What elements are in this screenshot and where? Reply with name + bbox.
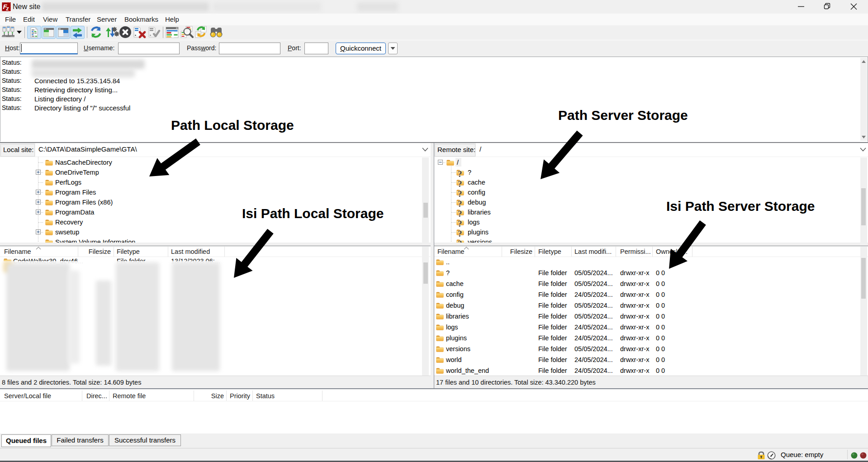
svg-text:z: z <box>6 5 9 12</box>
svg-text:?: ? <box>458 209 462 218</box>
svg-text:?: ? <box>458 179 462 188</box>
svg-text:?: ? <box>458 239 462 243</box>
svg-text:?: ? <box>458 169 462 178</box>
svg-text:?: ? <box>458 189 462 198</box>
svg-text:?: ? <box>458 219 462 228</box>
svg-text:?: ? <box>458 229 462 238</box>
svg-text:?: ? <box>458 199 462 208</box>
